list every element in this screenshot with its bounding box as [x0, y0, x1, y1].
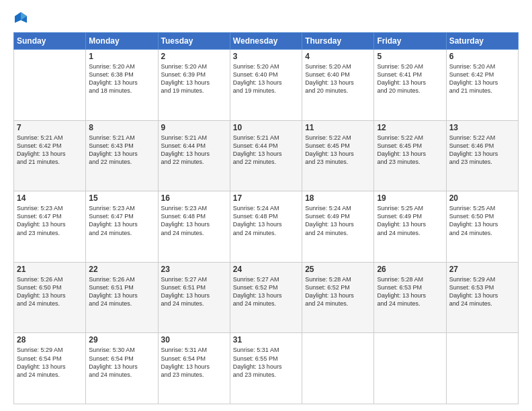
day-number: 26 — [377, 265, 443, 274]
day-number: 8 — [89, 123, 154, 132]
cell-info: Sunrise: 5:22 AM Sunset: 6:45 PM Dayligh… — [305, 134, 371, 167]
calendar-cell: 17Sunrise: 5:24 AM Sunset: 6:48 PM Dayli… — [230, 191, 302, 263]
logo — [13, 11, 31, 26]
weekday-header: Tuesday — [158, 33, 230, 50]
calendar-cell: 9Sunrise: 5:21 AM Sunset: 6:44 PM Daylig… — [158, 120, 230, 191]
calendar-cell: 27Sunrise: 5:29 AM Sunset: 6:53 PM Dayli… — [446, 262, 518, 333]
day-number: 21 — [17, 265, 83, 274]
cell-info: Sunrise: 5:20 AM Sunset: 6:40 PM Dayligh… — [233, 62, 299, 95]
day-number: 4 — [305, 52, 371, 61]
calendar-cell: 18Sunrise: 5:24 AM Sunset: 6:49 PM Dayli… — [302, 191, 374, 263]
day-number: 17 — [233, 193, 299, 203]
day-number: 1 — [89, 52, 154, 61]
day-number: 27 — [449, 265, 515, 274]
cell-info: Sunrise: 5:22 AM Sunset: 6:45 PM Dayligh… — [377, 134, 443, 167]
logo-icon — [13, 11, 28, 26]
calendar-cell: 4Sunrise: 5:20 AM Sunset: 6:40 PM Daylig… — [302, 50, 374, 121]
cell-info: Sunrise: 5:24 AM Sunset: 6:48 PM Dayligh… — [233, 204, 299, 237]
cell-info: Sunrise: 5:31 AM Sunset: 6:54 PM Dayligh… — [161, 346, 227, 379]
calendar-cell: 7Sunrise: 5:21 AM Sunset: 6:42 PM Daylig… — [14, 120, 86, 191]
day-number: 11 — [305, 123, 371, 132]
calendar-table: SundayMondayTuesdayWednesdayThursdayFrid… — [13, 32, 519, 404]
cell-info: Sunrise: 5:21 AM Sunset: 6:44 PM Dayligh… — [161, 134, 227, 167]
day-number: 19 — [377, 193, 443, 203]
calendar-cell: 29Sunrise: 5:30 AM Sunset: 6:54 PM Dayli… — [86, 333, 158, 404]
calendar-cell: 12Sunrise: 5:22 AM Sunset: 6:45 PM Dayli… — [374, 120, 446, 191]
cell-info: Sunrise: 5:30 AM Sunset: 6:54 PM Dayligh… — [89, 346, 154, 379]
day-number: 5 — [377, 52, 443, 61]
day-number: 9 — [161, 123, 227, 132]
cell-info: Sunrise: 5:20 AM Sunset: 6:38 PM Dayligh… — [89, 62, 154, 95]
calendar-cell: 2Sunrise: 5:20 AM Sunset: 6:39 PM Daylig… — [158, 50, 230, 121]
day-number: 2 — [161, 52, 227, 61]
calendar-cell: 10Sunrise: 5:21 AM Sunset: 6:44 PM Dayli… — [230, 120, 302, 191]
calendar-cell: 26Sunrise: 5:28 AM Sunset: 6:53 PM Dayli… — [374, 262, 446, 333]
day-number: 29 — [89, 335, 154, 345]
page: SundayMondayTuesdayWednesdayThursdayFrid… — [0, 0, 532, 411]
day-number: 16 — [161, 193, 227, 203]
day-number: 3 — [233, 52, 299, 61]
calendar-cell: 15Sunrise: 5:23 AM Sunset: 6:47 PM Dayli… — [86, 191, 158, 263]
calendar-cell: 21Sunrise: 5:26 AM Sunset: 6:50 PM Dayli… — [14, 262, 86, 333]
cell-info: Sunrise: 5:25 AM Sunset: 6:49 PM Dayligh… — [377, 204, 443, 237]
day-number: 31 — [233, 335, 299, 345]
day-number: 23 — [161, 265, 227, 274]
calendar-cell — [302, 333, 374, 404]
calendar-cell: 13Sunrise: 5:22 AM Sunset: 6:46 PM Dayli… — [446, 120, 518, 191]
weekday-header: Thursday — [302, 33, 374, 50]
calendar-cell: 25Sunrise: 5:28 AM Sunset: 6:52 PM Dayli… — [302, 262, 374, 333]
calendar-cell: 31Sunrise: 5:31 AM Sunset: 6:55 PM Dayli… — [230, 333, 302, 404]
day-number: 10 — [233, 123, 299, 132]
calendar-cell: 6Sunrise: 5:20 AM Sunset: 6:42 PM Daylig… — [446, 50, 518, 121]
calendar-cell — [14, 50, 86, 121]
cell-info: Sunrise: 5:24 AM Sunset: 6:49 PM Dayligh… — [305, 204, 371, 237]
cell-info: Sunrise: 5:26 AM Sunset: 6:50 PM Dayligh… — [17, 275, 83, 308]
cell-info: Sunrise: 5:25 AM Sunset: 6:50 PM Dayligh… — [449, 204, 515, 237]
calendar-cell — [446, 333, 518, 404]
cell-info: Sunrise: 5:20 AM Sunset: 6:42 PM Dayligh… — [449, 62, 515, 95]
weekday-header: Sunday — [14, 33, 86, 50]
calendar-cell: 3Sunrise: 5:20 AM Sunset: 6:40 PM Daylig… — [230, 50, 302, 121]
day-number: 28 — [17, 335, 83, 345]
cell-info: Sunrise: 5:21 AM Sunset: 6:42 PM Dayligh… — [17, 134, 83, 167]
day-number: 14 — [17, 193, 83, 203]
cell-info: Sunrise: 5:29 AM Sunset: 6:53 PM Dayligh… — [449, 275, 515, 308]
calendar-cell: 30Sunrise: 5:31 AM Sunset: 6:54 PM Dayli… — [158, 333, 230, 404]
cell-info: Sunrise: 5:23 AM Sunset: 6:48 PM Dayligh… — [161, 204, 227, 237]
day-number: 6 — [449, 52, 515, 61]
day-number: 24 — [233, 265, 299, 274]
cell-info: Sunrise: 5:20 AM Sunset: 6:40 PM Dayligh… — [305, 62, 371, 95]
cell-info: Sunrise: 5:23 AM Sunset: 6:47 PM Dayligh… — [89, 204, 154, 237]
cell-info: Sunrise: 5:31 AM Sunset: 6:55 PM Dayligh… — [233, 346, 299, 379]
calendar-cell: 23Sunrise: 5:27 AM Sunset: 6:51 PM Dayli… — [158, 262, 230, 333]
cell-info: Sunrise: 5:21 AM Sunset: 6:44 PM Dayligh… — [233, 134, 299, 167]
calendar-cell: 11Sunrise: 5:22 AM Sunset: 6:45 PM Dayli… — [302, 120, 374, 191]
cell-info: Sunrise: 5:20 AM Sunset: 6:39 PM Dayligh… — [161, 62, 227, 95]
calendar-cell: 28Sunrise: 5:29 AM Sunset: 6:54 PM Dayli… — [14, 333, 86, 404]
day-number: 18 — [305, 193, 371, 203]
cell-info: Sunrise: 5:28 AM Sunset: 6:53 PM Dayligh… — [377, 275, 443, 308]
weekday-header: Monday — [86, 33, 158, 50]
cell-info: Sunrise: 5:22 AM Sunset: 6:46 PM Dayligh… — [449, 134, 515, 167]
day-number: 12 — [377, 123, 443, 132]
day-number: 13 — [449, 123, 515, 132]
calendar-cell: 5Sunrise: 5:20 AM Sunset: 6:41 PM Daylig… — [374, 50, 446, 121]
cell-info: Sunrise: 5:26 AM Sunset: 6:51 PM Dayligh… — [89, 275, 154, 308]
day-number: 22 — [89, 265, 154, 274]
calendar-cell: 16Sunrise: 5:23 AM Sunset: 6:48 PM Dayli… — [158, 191, 230, 263]
calendar-cell: 8Sunrise: 5:21 AM Sunset: 6:43 PM Daylig… — [86, 120, 158, 191]
calendar-cell: 20Sunrise: 5:25 AM Sunset: 6:50 PM Dayli… — [446, 191, 518, 263]
calendar-cell: 24Sunrise: 5:27 AM Sunset: 6:52 PM Dayli… — [230, 262, 302, 333]
cell-info: Sunrise: 5:28 AM Sunset: 6:52 PM Dayligh… — [305, 275, 371, 308]
calendar-cell: 22Sunrise: 5:26 AM Sunset: 6:51 PM Dayli… — [86, 262, 158, 333]
cell-info: Sunrise: 5:29 AM Sunset: 6:54 PM Dayligh… — [17, 346, 83, 379]
weekday-header: Friday — [374, 33, 446, 50]
cell-info: Sunrise: 5:20 AM Sunset: 6:41 PM Dayligh… — [377, 62, 443, 95]
cell-info: Sunrise: 5:27 AM Sunset: 6:51 PM Dayligh… — [161, 275, 227, 308]
day-number: 15 — [89, 193, 154, 203]
day-number: 25 — [305, 265, 371, 274]
cell-info: Sunrise: 5:27 AM Sunset: 6:52 PM Dayligh… — [233, 275, 299, 308]
cell-info: Sunrise: 5:21 AM Sunset: 6:43 PM Dayligh… — [89, 134, 154, 167]
cell-info: Sunrise: 5:23 AM Sunset: 6:47 PM Dayligh… — [17, 204, 83, 237]
calendar-cell: 14Sunrise: 5:23 AM Sunset: 6:47 PM Dayli… — [14, 191, 86, 263]
